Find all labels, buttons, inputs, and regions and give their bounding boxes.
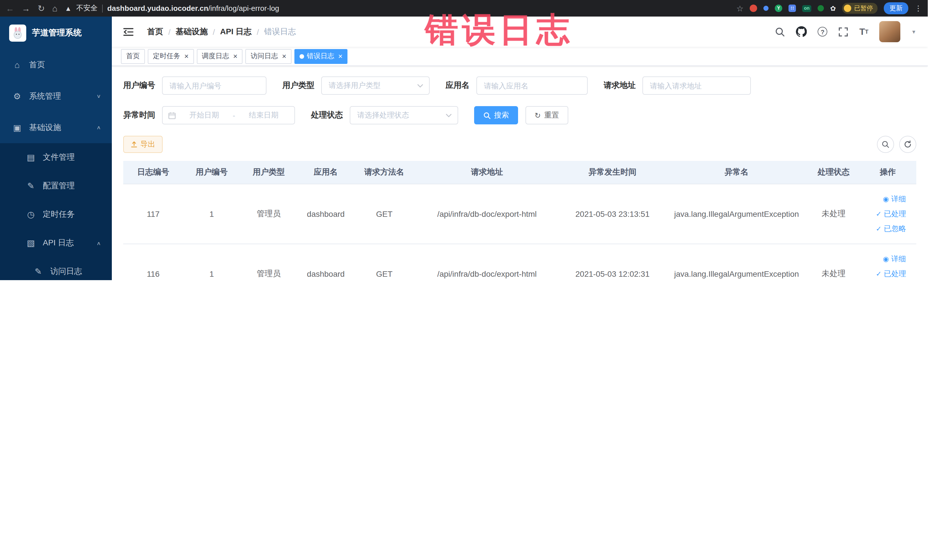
avatar[interactable]: [879, 21, 901, 42]
cell-url: /api/infra/db-doc/export-html: [414, 244, 560, 280]
cell-url: /api/infra/db-doc/export-html: [414, 184, 560, 244]
address-bar[interactable]: ▲ 不安全 dashboard.yudao.iocoder.cn/infra/l…: [65, 3, 729, 13]
app-title: 芋道管理系统: [32, 27, 82, 38]
chevron-down-icon[interactable]: ▼: [911, 29, 916, 35]
filter-label: 用户编号: [123, 81, 155, 91]
github-icon[interactable]: [796, 26, 807, 37]
font-size-icon[interactable]: TT: [859, 26, 868, 37]
sidebar-item-scheduled-tasks[interactable]: ◷定时任务: [0, 200, 112, 229]
tab-label: 错误日志: [307, 51, 334, 61]
filter-process-status: 处理状态 请选择处理状态: [311, 106, 458, 124]
sidebar-item-file-management[interactable]: ▤文件管理: [0, 143, 112, 172]
browser-toolbar: ← → ↻ ⌂ ▲ 不安全 dashboard.yudao.iocoder.cn…: [0, 0, 928, 17]
page-url: dashboard.yudao.iocoder.cn/infra/log/api…: [107, 4, 279, 12]
table-header-row: 日志编号用户编号用户类型应用名请求方法名请求地址异常发生时间异常名处理状态操作: [123, 161, 916, 184]
bookmark-star-icon[interactable]: ☆: [736, 4, 743, 13]
sidebar-menu: ⌂首页⚙系统管理∨▣基础设施∧▤文件管理✎配置管理◷定时任务▧API 日志∧✎访…: [0, 49, 112, 280]
close-icon[interactable]: ×: [282, 52, 286, 60]
forward-icon[interactable]: →: [22, 4, 30, 12]
export-button[interactable]: 导出: [123, 136, 163, 153]
sidebar-item-access-log[interactable]: ✎访问日志: [0, 257, 112, 280]
sidebar-item-system-management[interactable]: ⚙系统管理∨: [0, 81, 112, 112]
close-icon[interactable]: ×: [338, 52, 343, 60]
help-icon[interactable]: ?: [818, 27, 827, 37]
request-url-input[interactable]: [643, 76, 751, 95]
browser-menu-icon[interactable]: ⋮: [914, 4, 922, 12]
date-range-picker[interactable]: 开始日期 - 结束日期: [162, 106, 295, 124]
tab-label: 定时任务: [153, 51, 180, 61]
app-name-input[interactable]: [476, 76, 588, 95]
cell-exception: java.lang.IllegalArgumentException: [665, 184, 808, 244]
reset-button[interactable]: ↻ 重置: [525, 106, 568, 124]
browser-actions: ☆ Y ∷ on ✿ 已暂停 更新 ⋮: [736, 2, 922, 14]
breadcrumb-item[interactable]: 首页: [147, 26, 163, 37]
search-button[interactable]: 搜索: [474, 106, 518, 124]
tab-scheduled-tasks[interactable]: 定时任务×: [148, 49, 194, 64]
table-body: 1171管理员dashboardGET/api/infra/db-doc/exp…: [123, 184, 916, 280]
browser-home-icon[interactable]: ⌂: [52, 4, 57, 12]
breadcrumb-item: 错误日志: [264, 26, 296, 37]
sidebar-item-api-log[interactable]: ▧API 日志∧: [0, 229, 112, 257]
tab-home[interactable]: 首页: [121, 49, 145, 64]
tab-error-log[interactable]: 错误日志×: [295, 49, 348, 64]
sidebar-item-config-management[interactable]: ✎配置管理: [0, 172, 112, 200]
sidebar-fold-icon[interactable]: [123, 27, 133, 36]
back-icon[interactable]: ←: [6, 4, 14, 12]
config-icon: ✎: [26, 181, 36, 191]
extension-icon[interactable]: [818, 5, 824, 11]
action-detail-link[interactable]: ◉详细: [862, 251, 906, 266]
security-warning-icon: ▲: [65, 4, 72, 12]
browser-update-button[interactable]: 更新: [884, 2, 908, 14]
cell-actions: ◉详细✓已处理✓已忽略: [859, 244, 916, 280]
column-header: 操作: [859, 161, 916, 184]
filter-user-type: 用户类型 请选择用户类型: [282, 76, 430, 95]
sidebar-item-infrastructure[interactable]: ▣基础设施∧: [0, 112, 112, 143]
extension-icon[interactable]: [763, 6, 769, 11]
close-icon[interactable]: ×: [233, 52, 237, 60]
cell-app: dashboard: [297, 184, 354, 244]
rabbit-logo-icon: [9, 24, 26, 41]
navbar-actions: ? TT ▼: [775, 21, 916, 42]
gear-icon: ⚙: [12, 91, 22, 101]
address-divider: [102, 4, 103, 12]
process-status-select[interactable]: 请选择处理状态: [350, 106, 458, 124]
tab-schedule-log[interactable]: 调度日志×: [197, 49, 243, 64]
emoji-face-icon: [844, 5, 851, 12]
extension-icon[interactable]: ∷: [789, 5, 796, 12]
close-icon[interactable]: ×: [184, 52, 189, 60]
check-icon: ✓: [876, 224, 882, 232]
sidebar-item-label: 基础设施: [29, 122, 61, 133]
filter-label: 异常时间: [123, 110, 155, 121]
tab-access-log[interactable]: 访问日志×: [245, 49, 291, 64]
action-processed-link[interactable]: ✓已处理: [862, 266, 906, 280]
filter-label: 用户类型: [282, 81, 314, 91]
action-ignored-link[interactable]: ✓已忽略: [862, 221, 906, 236]
cell-id: 116: [123, 244, 183, 280]
action-detail-link[interactable]: ◉详细: [862, 191, 906, 206]
filter-request-url: 请求地址: [604, 76, 751, 95]
column-header: 处理状态: [808, 161, 859, 184]
extension-icon[interactable]: Y: [775, 5, 782, 12]
extension-paw-icon[interactable]: ✿: [830, 4, 836, 12]
check-icon: ✓: [876, 270, 882, 278]
home-icon: ⌂: [12, 60, 22, 70]
search-icon[interactable]: [775, 26, 785, 37]
fullscreen-icon[interactable]: [838, 26, 849, 37]
extension-on-badge[interactable]: on: [802, 5, 811, 12]
action-processed-link[interactable]: ✓已处理: [862, 206, 906, 221]
breadcrumb-item[interactable]: API 日志: [220, 26, 252, 37]
cell-user_id: 1: [183, 244, 240, 280]
toggle-search-button[interactable]: [877, 136, 894, 153]
refresh-table-button[interactable]: [899, 136, 916, 153]
app-logo[interactable]: 芋道管理系统: [0, 17, 112, 49]
paused-badge[interactable]: 已暂停: [842, 3, 878, 14]
sidebar-item-home[interactable]: ⌂首页: [0, 49, 112, 81]
user-type-select[interactable]: 请选择用户类型: [321, 76, 430, 95]
column-header: 日志编号: [123, 161, 183, 184]
user-id-input[interactable]: [162, 76, 266, 95]
eye-icon: ◉: [883, 195, 889, 203]
extension-icon[interactable]: [750, 5, 757, 12]
reload-icon[interactable]: ↻: [38, 4, 45, 12]
breadcrumb-item[interactable]: 基础设施: [176, 26, 208, 37]
main-area: 首页/基础设施/API 日志/错误日志 ? TT ▼ 首页定时任务×调度日志×访…: [112, 17, 928, 280]
